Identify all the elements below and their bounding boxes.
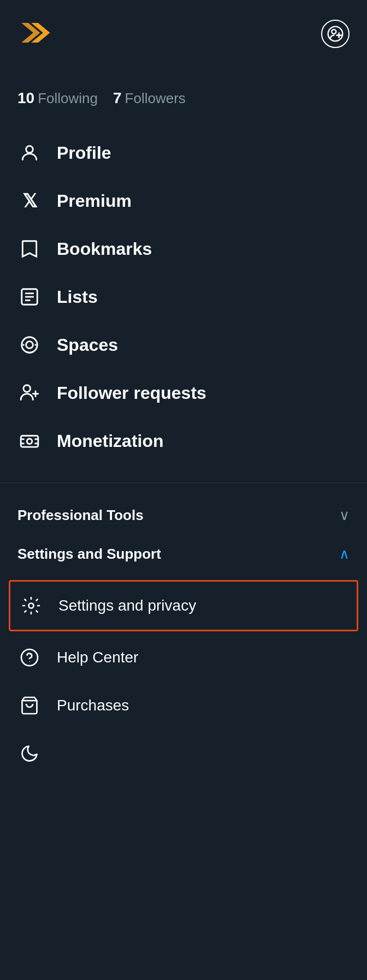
add-account-button[interactable] <box>321 20 350 48</box>
followers-count: 7 <box>113 89 122 107</box>
sub-item-display[interactable] <box>0 730 367 778</box>
svg-point-3 <box>332 29 336 34</box>
following-count: 10 <box>17 89 34 107</box>
svg-point-19 <box>27 439 32 444</box>
sub-item-settings-privacy[interactable]: Settings and privacy <box>9 580 358 631</box>
professional-tools-chevron: ∨ <box>339 507 350 524</box>
sub-item-purchases[interactable]: Purchases <box>0 682 367 730</box>
main-container: 10 Following 7 Followers Profile 𝕏 Premi… <box>0 0 367 980</box>
moon-icon <box>17 742 42 766</box>
settings-support-submenu: Settings and privacy Help Center Purchas… <box>0 573 367 782</box>
spaces-label: Spaces <box>57 335 118 355</box>
followers-label: Followers <box>125 90 186 107</box>
premium-label: Premium <box>57 191 132 211</box>
bookmarks-label: Bookmarks <box>57 239 152 259</box>
nav-item-follower-requests[interactable]: Follower requests <box>0 369 367 417</box>
bookmark-icon <box>17 237 42 261</box>
list-icon <box>17 285 42 309</box>
nav-item-premium[interactable]: 𝕏 Premium <box>0 177 367 225</box>
cart-icon <box>17 694 42 718</box>
svg-point-24 <box>29 603 34 608</box>
professional-tools-title: Professional Tools <box>17 507 144 524</box>
nav-item-spaces[interactable]: Spaces <box>0 321 367 369</box>
help-center-label: Help Center <box>57 649 138 666</box>
following-stat[interactable]: 10 Following <box>17 89 98 107</box>
svg-point-26 <box>29 661 30 662</box>
svg-point-15 <box>23 385 31 392</box>
following-label: Following <box>38 90 98 107</box>
divider-1 <box>0 482 367 483</box>
followers-stat[interactable]: 7 Followers <box>113 89 186 107</box>
nav-menu: Profile 𝕏 Premium Bookmarks Lists <box>0 124 367 469</box>
svg-rect-18 <box>21 436 38 447</box>
svg-point-12 <box>26 342 33 349</box>
microphone-icon <box>17 333 42 357</box>
nav-item-profile[interactable]: Profile <box>0 129 367 177</box>
help-icon <box>17 646 42 670</box>
follower-requests-label: Follower requests <box>57 383 206 403</box>
svg-point-6 <box>26 146 33 153</box>
logo[interactable] <box>17 13 57 55</box>
header <box>0 0 367 63</box>
stats-section: 10 Following 7 Followers <box>0 63 367 124</box>
nav-item-monetization[interactable]: Monetization <box>0 417 367 465</box>
gear-icon <box>19 594 43 618</box>
settings-support-section[interactable]: Settings and Support ∧ <box>0 535 367 573</box>
settings-support-chevron: ∧ <box>339 546 350 563</box>
lists-label: Lists <box>57 287 98 307</box>
nav-item-lists[interactable]: Lists <box>0 273 367 321</box>
settings-support-title: Settings and Support <box>17 546 161 563</box>
person-icon <box>17 141 42 165</box>
professional-tools-section[interactable]: Professional Tools ∨ <box>0 496 367 535</box>
purchases-label: Purchases <box>57 697 129 714</box>
x-brand-icon: 𝕏 <box>17 189 42 213</box>
nav-item-bookmarks[interactable]: Bookmarks <box>0 225 367 273</box>
money-icon <box>17 429 42 453</box>
settings-privacy-label: Settings and privacy <box>58 597 196 614</box>
person-add-icon <box>17 381 42 405</box>
sub-item-help-center[interactable]: Help Center <box>0 634 367 682</box>
profile-label: Profile <box>57 143 111 163</box>
monetization-label: Monetization <box>57 431 164 451</box>
